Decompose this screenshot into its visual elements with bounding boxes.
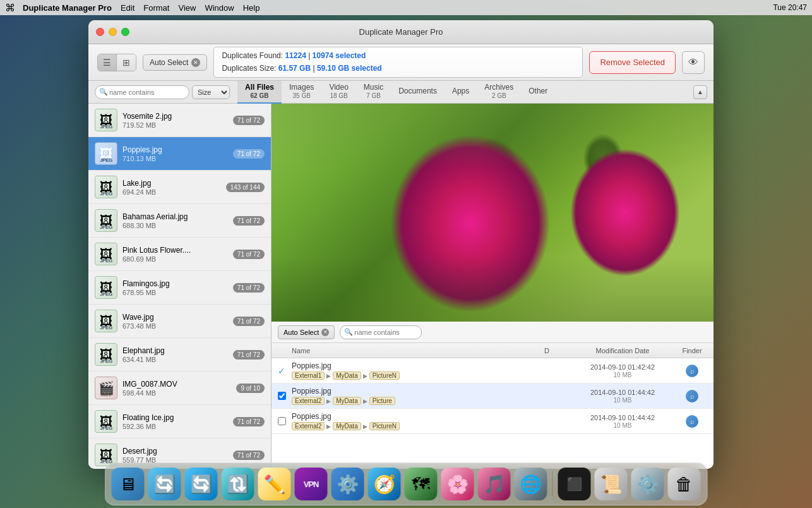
dock-item-duplicate-manager-1[interactable]: 🔄 xyxy=(148,468,181,500)
dock-separator xyxy=(552,471,553,497)
tab-archives[interactable]: Archives 2 GB xyxy=(477,81,521,104)
row-date: 2014-09-10 01:44:42 10 MB xyxy=(572,389,673,404)
window-title: Duplicate Manager Pro xyxy=(359,27,443,37)
file-search-input[interactable] xyxy=(95,85,189,99)
file-name: Floating Ice.jpg xyxy=(122,413,228,422)
file-info: Elephant.jpg 634.41 MB xyxy=(122,346,228,363)
dock-item-photos[interactable]: 🌸 xyxy=(441,468,474,500)
list-item[interactable]: 🖼 JPEG Yosemite 2.jpg 719.52 MB 71 of 72 xyxy=(88,104,271,137)
dock-item-music[interactable]: 🎵 xyxy=(478,468,511,500)
dock-item-vpn[interactable]: VPN xyxy=(295,468,328,500)
row-checkbox[interactable] xyxy=(274,392,289,400)
auto-select-clear[interactable]: ✕ xyxy=(191,58,200,67)
list-item[interactable]: 🖼JPEG Lake.jpg 694.24 MB 143 of 144 xyxy=(88,171,271,204)
dock-item-finder[interactable]: 🖥 xyxy=(112,468,145,500)
dock-item-preferences[interactable]: ⚙️ xyxy=(631,468,664,500)
col-date[interactable]: Modification Date xyxy=(572,347,673,354)
row-checkbox[interactable] xyxy=(274,417,289,425)
list-item[interactable]: 🎬MOV IMG_0087.MOV 598.44 MB 9 of 10 xyxy=(88,372,271,405)
menu-app-name[interactable]: Duplicate Manager Pro xyxy=(23,3,112,13)
minimize-button[interactable] xyxy=(109,28,117,36)
file-type-icon: 🎬MOV xyxy=(95,377,117,399)
file-info: Lake.jpg 694.24 MB xyxy=(122,179,221,196)
menu-format[interactable]: Format xyxy=(143,3,169,13)
dup-auto-select-clear[interactable]: ✕ xyxy=(321,329,329,336)
tab-music[interactable]: Music 7 GB xyxy=(356,81,391,104)
remove-selected-button[interactable]: Remove Selected xyxy=(589,51,676,74)
dock-item-system[interactable]: ⚙️ xyxy=(331,468,364,500)
dock-item-maps[interactable]: 🗺 xyxy=(405,468,438,500)
menu-help[interactable]: Help xyxy=(243,3,260,13)
tab-documents[interactable]: Documents xyxy=(391,81,445,104)
tab-apps[interactable]: Apps xyxy=(445,81,477,104)
close-button[interactable] xyxy=(96,28,104,36)
tab-all-files[interactable]: All Files 62 GB xyxy=(237,81,282,104)
file-info: Bahamas Aerial.jpg 688.30 MB xyxy=(122,212,228,229)
tab-images[interactable]: Images 35 GB xyxy=(282,81,321,104)
dock-item-duplicate-manager-3[interactable]: 🔃 xyxy=(222,468,254,500)
list-item[interactable]: 🖼JPEG Bahamas Aerial.jpg 688.30 MB 71 of… xyxy=(88,204,271,238)
col-name[interactable]: Name xyxy=(289,347,522,354)
menubar: ⌘ Duplicate Manager Pro Edit Format View… xyxy=(0,0,812,15)
file-name: Yosemite 2.jpg xyxy=(122,112,228,121)
col-finder[interactable]: Finder xyxy=(673,347,711,354)
table-row[interactable]: Poppies.jpg External2 ▶ MyData ▶ Picture xyxy=(272,384,713,409)
grid-view-button[interactable]: ⊞ xyxy=(117,54,136,71)
row-file-info: Poppies.jpg External2 ▶ MyData ▶ Picture xyxy=(289,387,522,405)
dock-item-trash[interactable]: 🗑 xyxy=(668,468,701,500)
table-row[interactable]: Poppies.jpg External2 ▶ MyData ▶ Picture… xyxy=(272,409,713,434)
tab-other[interactable]: Other xyxy=(521,81,555,104)
list-item[interactable]: 🖼JPEG Pink Lotus Flower.... 680.69 MB 71… xyxy=(88,238,271,271)
dock-item-terminal[interactable]: ⬛ xyxy=(558,468,591,500)
dock-item-safari[interactable]: 🧭 xyxy=(368,468,401,500)
file-info: Pink Lotus Flower.... 680.69 MB xyxy=(122,246,228,263)
auto-select-button[interactable]: Auto Select ✕ xyxy=(143,54,207,71)
row-checkbox-input[interactable] xyxy=(278,392,286,400)
file-badge: 143 of 144 xyxy=(226,183,265,192)
tab-video[interactable]: Video 18 GB xyxy=(321,81,355,104)
list-item[interactable]: 🖼 JPEG Poppies.jpg 710.13 MB 71 of 72 xyxy=(88,137,271,171)
dock-item-duplicate-manager-2[interactable]: 🔄 xyxy=(185,468,218,500)
maximize-button[interactable] xyxy=(121,28,129,36)
menu-window[interactable]: Window xyxy=(205,3,234,13)
file-info: Floating Ice.jpg 592.36 MB xyxy=(122,413,228,430)
tabs-collapse-button[interactable]: ▲ xyxy=(693,85,707,99)
dup-table-rows: ✓ Poppies.jpg External1 ▶ MyData ▶ Pictu… xyxy=(272,358,713,469)
row-checkbox-input[interactable] xyxy=(278,417,286,425)
file-name: Poppies.jpg xyxy=(122,145,228,154)
file-info: IMG_0087.MOV 598.44 MB xyxy=(122,380,231,397)
list-view-button[interactable]: ☰ xyxy=(98,54,117,71)
list-item[interactable]: 🖼JPEG Elephant.jpg 634.41 MB 71 of 72 xyxy=(88,338,271,372)
dup-auto-select-button[interactable]: Auto Select ✕ xyxy=(278,325,335,339)
menu-view[interactable]: View xyxy=(178,3,196,13)
preview-area: Auto Select ✕ 🔍 Name D Modification Date… xyxy=(272,104,713,469)
dock-item-text-editor[interactable]: ✏️ xyxy=(258,468,291,500)
menu-edit[interactable]: Edit xyxy=(121,3,134,13)
path-arrow: ▶ xyxy=(326,373,331,379)
dup-auto-select-label: Auto Select xyxy=(284,329,319,336)
dock-item-browser[interactable]: 🌐 xyxy=(515,468,547,500)
preview-toggle-button[interactable]: 👁 xyxy=(682,51,705,74)
table-row[interactable]: ✓ Poppies.jpg External1 ▶ MyData ▶ Pictu… xyxy=(272,358,713,384)
traffic-lights xyxy=(96,28,129,36)
apple-menu[interactable]: ⌘ xyxy=(5,2,15,14)
path-segment: PictureN xyxy=(369,422,400,430)
list-item[interactable]: 🖼JPEG Wave.jpg 673.48 MB 71 of 72 xyxy=(88,305,271,338)
finder-button[interactable] xyxy=(686,365,698,377)
row-filepath: External1 ▶ MyData ▶ PictureN xyxy=(292,372,522,380)
file-name: Pink Lotus Flower.... xyxy=(122,246,228,255)
finder-button[interactable] xyxy=(686,390,698,402)
file-badge: 71 of 72 xyxy=(233,116,265,125)
finder-button[interactable] xyxy=(686,415,698,428)
stats-size-selected: 59.10 GB selected xyxy=(317,64,382,73)
dock-item-scripts[interactable]: 📜 xyxy=(595,468,628,500)
toolbar: ☰ ⊞ Auto Select ✕ Duplicates Found: 1122… xyxy=(88,44,713,81)
file-size: 598.44 MB xyxy=(122,389,231,397)
list-item[interactable]: 🖼JPEG Flamingos.jpg 678.95 MB 71 of 72 xyxy=(88,271,271,305)
file-badge: 71 of 72 xyxy=(233,317,265,326)
tab-images-label: Images xyxy=(289,83,314,92)
sort-select[interactable]: Size Name Date xyxy=(192,85,230,99)
file-type-icon: 🖼 JPEG xyxy=(95,109,117,131)
dup-search-wrapper: 🔍 xyxy=(340,325,422,339)
list-item[interactable]: 🖼JPEG Floating Ice.jpg 592.36 MB 71 of 7… xyxy=(88,405,271,438)
